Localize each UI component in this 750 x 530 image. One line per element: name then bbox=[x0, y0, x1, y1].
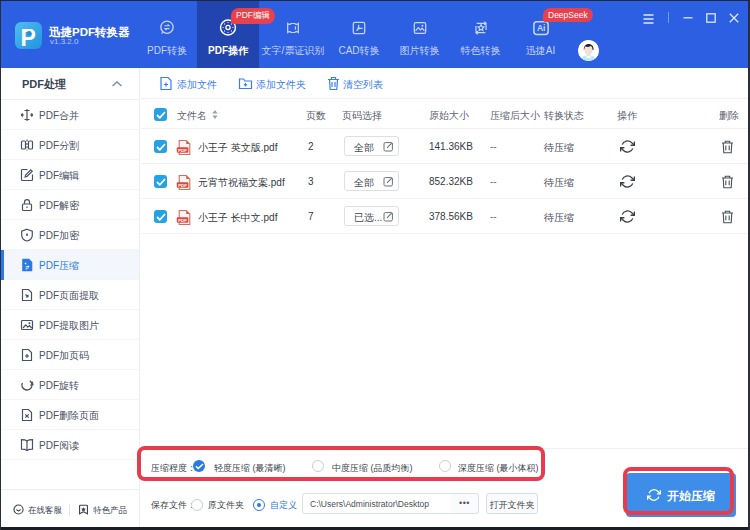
svg-text:P: P bbox=[25, 266, 28, 271]
svg-text:PDF: PDF bbox=[178, 218, 187, 223]
svg-text:P: P bbox=[21, 25, 36, 50]
svg-text:PDF: PDF bbox=[178, 183, 187, 188]
svg-text:Ai: Ai bbox=[536, 23, 545, 33]
svg-text:PDF: PDF bbox=[178, 148, 187, 153]
